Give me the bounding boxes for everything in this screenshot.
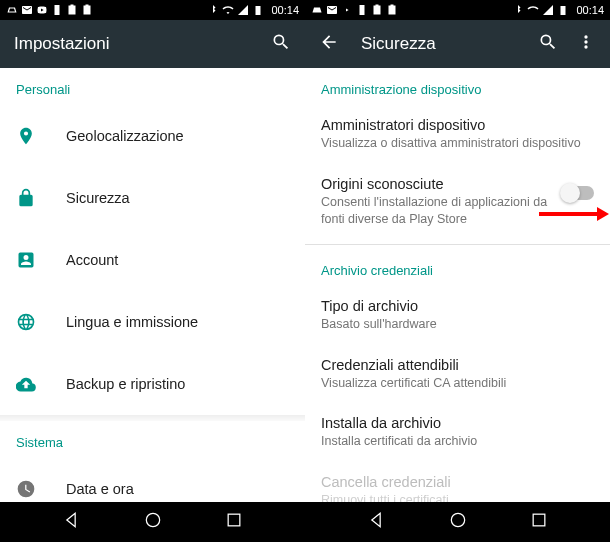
svg-point-2 [451, 513, 464, 526]
setting-unknown-sources[interactable]: Origini sconosciute Consenti l'installaz… [305, 164, 610, 240]
clip-icon [371, 4, 383, 16]
setting-storage-type[interactable]: Tipo di archivio Basato sull'hardware [305, 286, 610, 345]
list-label: Sicurezza [66, 190, 130, 206]
page-title: Impostazioni [14, 34, 261, 54]
phone-icon [356, 4, 368, 16]
location-icon [16, 126, 36, 146]
more-button[interactable] [576, 32, 596, 56]
page-title: Sicurezza [361, 34, 528, 54]
cloud-upload-icon [16, 374, 36, 394]
section-admin: Amministrazione dispositivo [305, 68, 610, 105]
settings-list: Personali Geolocalizzazione Sicurezza Ac… [0, 68, 305, 502]
list-item-security[interactable]: Sicurezza [0, 167, 305, 229]
circle-home-icon [143, 510, 163, 530]
search-icon [538, 32, 558, 52]
setting-sub: Installa certificati da archivio [321, 433, 594, 450]
nav-home[interactable] [448, 510, 468, 534]
list-label: Geolocalizzazione [66, 128, 184, 144]
person-icon [16, 250, 36, 270]
setting-title: Credenziali attendibili [321, 357, 594, 373]
youtube-icon [341, 4, 353, 16]
nav-bar [0, 502, 305, 542]
app-bar: Impostazioni [0, 20, 305, 68]
unknown-sources-toggle[interactable] [562, 186, 594, 200]
youtube-icon [36, 4, 48, 16]
nav-back[interactable] [61, 510, 81, 534]
setting-sub: Consenti l'installazione di applicazioni… [321, 194, 550, 228]
clip-icon-2 [386, 4, 398, 16]
status-time: 00:14 [576, 4, 604, 16]
section-system: Sistema [0, 421, 305, 458]
lock-icon [16, 188, 36, 208]
svg-rect-1 [228, 514, 240, 526]
setting-title: Installa da archivio [321, 415, 594, 431]
wifi-icon [222, 4, 234, 16]
security-settings: Amministrazione dispositivo Amministrato… [305, 68, 610, 502]
list-item-account[interactable]: Account [0, 229, 305, 291]
nav-recent[interactable] [529, 510, 549, 534]
setting-title: Amministratori dispositivo [321, 117, 594, 133]
globe-icon [16, 312, 36, 332]
search-icon [271, 32, 291, 52]
triangle-back-icon [61, 510, 81, 530]
section-personal: Personali [0, 68, 305, 105]
wifi-icon [527, 4, 539, 16]
list-label: Data e ora [66, 481, 134, 497]
setting-sub: Visualizza o disattiva amministratori di… [321, 135, 594, 152]
nav-home[interactable] [143, 510, 163, 534]
phone-left: 00:14 Impostazioni Personali Geolocalizz… [0, 0, 305, 542]
signal-icon [542, 4, 554, 16]
clip-icon-2 [81, 4, 93, 16]
nav-bar [305, 502, 610, 542]
clock-icon [16, 479, 36, 499]
setting-sub: Basato sull'hardware [321, 316, 594, 333]
setting-trusted-creds[interactable]: Credenziali attendibili Visualizza certi… [305, 345, 610, 404]
square-recent-icon [224, 510, 244, 530]
setting-title: Tipo di archivio [321, 298, 594, 314]
search-button[interactable] [538, 32, 558, 56]
arrow-back-icon [319, 32, 339, 52]
list-item-datetime[interactable]: Data e ora [0, 458, 305, 502]
mail-icon [326, 4, 338, 16]
clip-icon [66, 4, 78, 16]
drive-icon [6, 4, 18, 16]
mail-icon [21, 4, 33, 16]
setting-install-from-storage[interactable]: Installa da archivio Installa certificat… [305, 403, 610, 462]
status-bar: 00:14 [305, 0, 610, 20]
back-button[interactable] [319, 32, 339, 56]
battery-icon [557, 4, 569, 16]
phone-right: 00:14 Sicurezza Amministrazione disposit… [305, 0, 610, 542]
list-label: Lingua e immissione [66, 314, 198, 330]
signal-icon [237, 4, 249, 16]
drive-icon [311, 4, 323, 16]
battery-icon [252, 4, 264, 16]
setting-title: Origini sconosciute [321, 176, 550, 192]
list-item-location[interactable]: Geolocalizzazione [0, 105, 305, 167]
section-credentials: Archivio credenziali [305, 249, 610, 286]
app-bar: Sicurezza [305, 20, 610, 68]
svg-rect-3 [533, 514, 545, 526]
setting-title: Cancella credenziali [321, 474, 594, 490]
list-item-language[interactable]: Lingua e immissione [0, 291, 305, 353]
status-time: 00:14 [271, 4, 299, 16]
bluetooth-icon [512, 4, 524, 16]
status-bar: 00:14 [0, 0, 305, 20]
bluetooth-icon [207, 4, 219, 16]
nav-recent[interactable] [224, 510, 244, 534]
setting-device-admins[interactable]: Amministratori dispositivo Visualizza o … [305, 105, 610, 164]
svg-point-0 [146, 513, 159, 526]
search-button[interactable] [271, 32, 291, 56]
list-label: Account [66, 252, 118, 268]
setting-clear-creds: Cancella credenziali Rimuovi tutti i cer… [305, 462, 610, 502]
setting-sub: Rimuovi tutti i certificati [321, 492, 594, 502]
circle-home-icon [448, 510, 468, 530]
list-label: Backup e ripristino [66, 376, 185, 392]
divider [305, 244, 610, 245]
square-recent-icon [529, 510, 549, 530]
triangle-back-icon [366, 510, 386, 530]
setting-sub: Visualizza certificati CA attendibili [321, 375, 594, 392]
list-item-backup[interactable]: Backup e ripristino [0, 353, 305, 415]
phone-icon [51, 4, 63, 16]
nav-back[interactable] [366, 510, 386, 534]
more-vert-icon [576, 32, 596, 52]
